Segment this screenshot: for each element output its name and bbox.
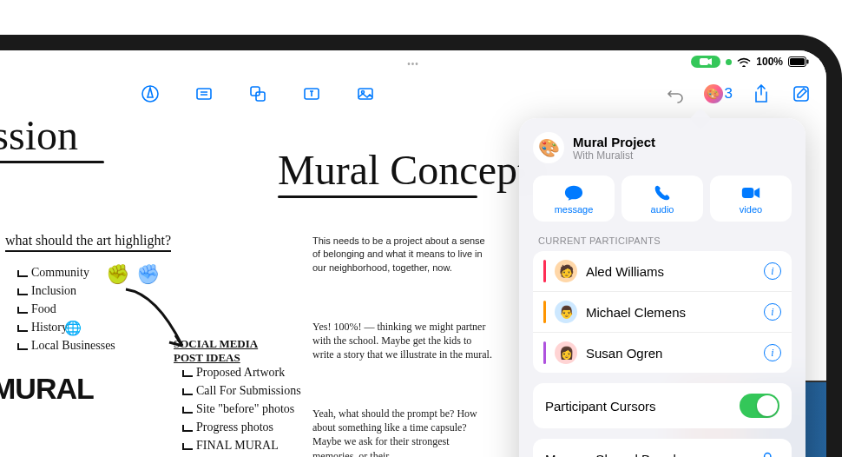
info-button[interactable]: i bbox=[764, 262, 781, 280]
share-button[interactable] bbox=[750, 83, 773, 105]
note-tool-button[interactable] bbox=[193, 83, 215, 105]
board-avatar-icon: 🎨 bbox=[533, 132, 564, 163]
privacy-dot bbox=[726, 59, 732, 65]
phone-icon bbox=[653, 184, 672, 202]
question-text: what should the art highlight? bbox=[5, 233, 171, 252]
camera-indicator-pill[interactable] bbox=[691, 56, 720, 68]
typed-note: This needs to be a project about a sense… bbox=[312, 235, 486, 275]
svg-rect-8 bbox=[251, 87, 260, 96]
svg-rect-9 bbox=[256, 92, 265, 101]
media-tool-button[interactable] bbox=[354, 83, 377, 105]
video-button[interactable]: video bbox=[710, 176, 792, 222]
participant-name: Susan Ogren bbox=[586, 346, 755, 361]
participant-cursors-toggle-row[interactable]: Participant Cursors bbox=[533, 383, 792, 428]
participant-row[interactable]: 🧑 Aled Williams i bbox=[533, 251, 792, 292]
participant-row[interactable]: 👨 Michael Clemens i bbox=[533, 292, 792, 333]
popover-header: 🎨 Mural Project With Muralist bbox=[533, 132, 792, 163]
svg-rect-14 bbox=[742, 188, 754, 198]
social-heading: SOCIAL MEDIA POST IDEAS bbox=[174, 337, 260, 365]
handwritten-note-1: Yes! 100%! — thinking we might partner w… bbox=[312, 320, 495, 362]
highlight-list: Community Inclusion Food History Local B… bbox=[17, 263, 115, 354]
participant-name: Michael Clemens bbox=[586, 305, 755, 320]
collab-share-icon bbox=[760, 449, 779, 457]
participant-avatar: 🧑 bbox=[555, 260, 577, 282]
svg-rect-2 bbox=[790, 58, 805, 65]
video-icon bbox=[741, 184, 760, 202]
svg-point-15 bbox=[765, 454, 771, 457]
cursor-color-bar bbox=[543, 260, 546, 282]
collaboration-button[interactable]: 🎨 3 bbox=[704, 84, 733, 103]
participant-avatar: 👩 bbox=[555, 341, 577, 364]
cursor-color-bar bbox=[543, 341, 546, 364]
audio-button[interactable]: audio bbox=[621, 176, 703, 222]
participant-avatar: 👨 bbox=[555, 301, 577, 323]
svg-rect-5 bbox=[197, 89, 211, 99]
heading-mural-concepts: Mural Concepts bbox=[278, 146, 545, 198]
battery-percentage: 100% bbox=[756, 56, 783, 68]
collab-count: 3 bbox=[725, 85, 733, 103]
message-button[interactable]: message bbox=[533, 176, 615, 222]
heading-session-partial: ession bbox=[0, 111, 104, 163]
battery-icon bbox=[788, 56, 809, 67]
new-board-button[interactable] bbox=[790, 83, 812, 105]
multitask-dots[interactable]: ••• bbox=[407, 59, 419, 69]
svg-rect-11 bbox=[358, 89, 372, 99]
svg-rect-3 bbox=[807, 60, 809, 64]
manage-shared-board-button[interactable]: Manage Shared Board bbox=[533, 439, 792, 457]
svg-rect-0 bbox=[700, 58, 708, 65]
globe-drawing: 🌐 bbox=[64, 320, 82, 336]
popover-title: Mural Project bbox=[573, 135, 655, 149]
shapes-tool-button[interactable] bbox=[247, 83, 269, 105]
participant-name: Aled Williams bbox=[586, 264, 755, 279]
text-tool-button[interactable] bbox=[300, 83, 323, 105]
svg-rect-13 bbox=[794, 87, 808, 101]
mural-title-art: MURAL bbox=[0, 372, 94, 406]
cursors-label: Participant Cursors bbox=[545, 399, 656, 414]
info-button[interactable]: i bbox=[764, 303, 781, 321]
toolbar: 🎨 3 bbox=[0, 76, 826, 111]
toggle-switch[interactable] bbox=[740, 394, 779, 418]
participant-row[interactable]: 👩 Susan Ogren i bbox=[533, 333, 792, 373]
social-list: Proposed Artwork Call For Submissions Si… bbox=[182, 363, 301, 454]
participants-header: CURRENT PARTICIPANTS bbox=[538, 235, 786, 246]
collaboration-popover: 🎨 Mural Project With Muralist message au… bbox=[519, 118, 806, 457]
popover-subtitle: With Muralist bbox=[573, 149, 655, 162]
wifi-icon bbox=[737, 56, 751, 67]
cursor-color-bar bbox=[543, 301, 546, 323]
collab-avatar-icon: 🎨 bbox=[704, 84, 723, 103]
handwritten-note-2: Yeah, what should the prompt be? How abo… bbox=[312, 407, 495, 457]
undo-button[interactable] bbox=[664, 83, 687, 105]
participants-list: 🧑 Aled Williams i 👨 Michael Clemens i 👩 … bbox=[533, 251, 792, 373]
info-button[interactable]: i bbox=[764, 344, 781, 361]
status-bar: 100% bbox=[691, 56, 809, 68]
draw-tool-button[interactable] bbox=[139, 83, 161, 105]
manage-label: Manage Shared Board bbox=[545, 452, 676, 458]
message-icon bbox=[564, 184, 583, 202]
